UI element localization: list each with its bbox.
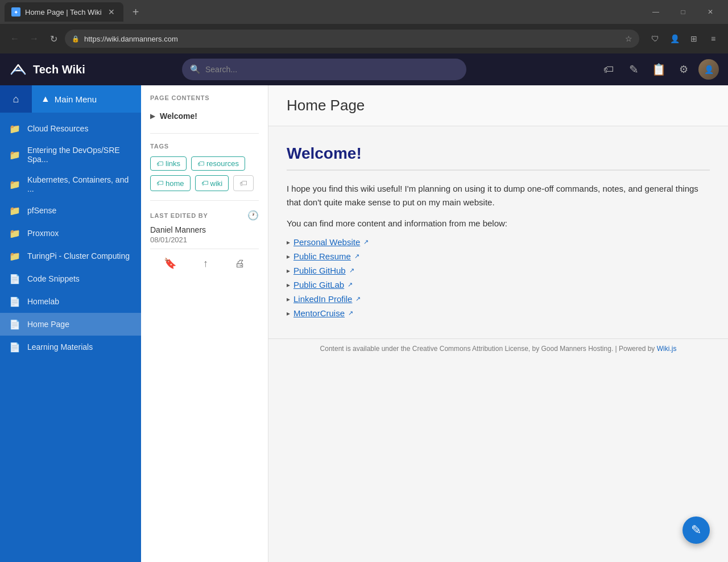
fab-edit-button[interactable]: ✎ xyxy=(682,516,710,544)
browser-extensions: 🛡 👤 ⊞ ≡ xyxy=(647,31,721,47)
sidebar-item-devops-sre[interactable]: 📁 Entering the DevOps/SRE Spa... xyxy=(0,140,141,170)
tags-button[interactable]: 🏷 xyxy=(598,59,619,80)
bookmark-star-icon[interactable]: ☆ xyxy=(625,34,632,43)
bookmark-button[interactable]: 🔖 xyxy=(157,254,183,273)
panel-actions: 🔖 ↑ 🖨 xyxy=(150,249,259,278)
header-actions: 🏷 ✎ 📋 ⚙ 👤 xyxy=(598,59,719,80)
main-menu-label: Main Menu xyxy=(55,94,97,104)
toc-item-welcome[interactable]: ▶ Welcome! xyxy=(150,108,259,124)
sidebar-item-turingpi[interactable]: 📁 TuringPi - Cluster Computing xyxy=(0,245,141,267)
close-button[interactable]: ✕ xyxy=(697,0,723,24)
external-link-icon: ↗ xyxy=(363,238,369,246)
folder-icon: 📁 xyxy=(9,123,20,134)
sidebar-label-learning-materials: Learning Materials xyxy=(27,342,93,352)
sidebar-main-menu-button[interactable]: ▲ Main Menu xyxy=(32,85,141,113)
lock-icon: 🔒 xyxy=(72,35,80,43)
app-logo[interactable]: Tech Wiki xyxy=(9,60,111,78)
external-link-icon: ↗ xyxy=(355,295,361,303)
footer-wikijs-link[interactable]: Wiki.js xyxy=(657,345,677,353)
tab-title: Home Page | Tech Wiki xyxy=(25,8,102,16)
external-link-icon: ↗ xyxy=(354,253,359,260)
sidebar-label-code-snippets: Code Snippets xyxy=(27,274,80,283)
intro-text: I hope you find this wiki useful! I'm pl… xyxy=(287,182,710,209)
sidebar-item-home-page[interactable]: 📄 Home Page xyxy=(0,313,141,336)
list-item-linkedin-profile: LinkedIn Profile ↗ xyxy=(287,292,710,306)
app-header: Tech Wiki 🔍 🏷 ✎ 📋 ⚙ 👤 xyxy=(0,53,728,85)
tag-add-button[interactable]: 🏷 xyxy=(233,175,254,191)
search-icon: 🔍 xyxy=(190,64,201,75)
sidebar-top: ⌂ ▲ Main Menu xyxy=(0,85,141,113)
external-link-icon: ↗ xyxy=(348,281,353,288)
minimize-button[interactable]: — xyxy=(643,0,669,24)
footer-text: Content is available under the Creative … xyxy=(320,345,655,353)
sidebar-item-kubernetes[interactable]: 📁 Kubernetes, Containers, and ... xyxy=(0,170,141,199)
link-mentorcruise[interactable]: MentorCruise xyxy=(293,308,345,318)
sidebar-label-kubernetes: Kubernetes, Containers, and ... xyxy=(27,175,132,193)
browser-tab[interactable]: ✦ Home Page | Tech Wiki ✕ xyxy=(5,2,123,22)
tab-favicon: ✦ xyxy=(11,7,20,16)
tab-close-button[interactable]: ✕ xyxy=(106,7,117,17)
back-button[interactable]: ← xyxy=(7,31,23,47)
history-icon[interactable]: 🕐 xyxy=(247,210,259,221)
toc-arrow-icon: ▶ xyxy=(150,112,155,120)
sidebar-item-proxmox[interactable]: 📁 Proxmox xyxy=(0,222,141,245)
list-item-mentorcruise: MentorCruise ↗ xyxy=(287,306,710,320)
tag-icon: 🏷 xyxy=(197,160,204,168)
maximize-button[interactable]: □ xyxy=(670,0,696,24)
sidebar-home-button[interactable]: ⌂ xyxy=(0,85,32,113)
welcome-heading: Welcome! xyxy=(287,144,710,171)
tag-empty-icon: 🏷 xyxy=(239,179,247,188)
new-tab-button[interactable]: + xyxy=(128,4,144,20)
settings-button[interactable]: ⚙ xyxy=(673,59,694,80)
app-logo-icon xyxy=(9,60,27,78)
external-link-icon: ↗ xyxy=(348,309,353,317)
sidebar-item-homelab[interactable]: 📄 Homelab xyxy=(0,290,141,313)
content-area: PAGE CONTENTS ▶ Welcome! TAGS 🏷 links 🏷 xyxy=(141,85,728,562)
folder-icon: 📁 xyxy=(9,149,20,160)
sidebar-label-homelab: Homelab xyxy=(27,297,59,306)
tag-label-resources: resources xyxy=(206,159,239,168)
page-body: Welcome! I hope you find this wiki usefu… xyxy=(268,126,728,338)
link-public-gitlab[interactable]: Public GitLab xyxy=(293,280,344,290)
pages-list-button[interactable]: 📋 xyxy=(648,59,669,80)
last-edited-header: LAST EDITED BY 🕐 xyxy=(150,210,259,221)
sidebar-label-turingpi: TuringPi - Cluster Computing xyxy=(27,251,130,261)
panel-divider-2 xyxy=(150,200,259,201)
app-footer: Content is available under the Creative … xyxy=(268,338,728,358)
main-content: Home Page Welcome! I hope you find this … xyxy=(268,85,728,562)
sidebar-item-code-snippets[interactable]: 📄 Code Snippets xyxy=(0,267,141,290)
last-edited-date: 08/01/2021 xyxy=(150,235,259,244)
url-text: https://wiki.danmanners.com xyxy=(84,35,621,43)
menu-icon[interactable]: ≡ xyxy=(705,31,721,47)
extensions-icon[interactable]: ⊞ xyxy=(686,31,702,47)
tag-home[interactable]: 🏷 home xyxy=(150,175,191,191)
link-linkedin-profile[interactable]: LinkedIn Profile xyxy=(293,294,352,304)
shield-icon[interactable]: 🛡 xyxy=(647,31,663,47)
sidebar-label-pfsense: pfSense xyxy=(27,206,56,215)
tag-wiki[interactable]: 🏷 wiki xyxy=(195,175,229,191)
page-icon: 📄 xyxy=(9,319,20,330)
address-bar[interactable]: 🔒 https://wiki.danmanners.com ☆ xyxy=(65,30,639,48)
user-avatar[interactable]: 👤 xyxy=(698,59,719,80)
edit-page-button[interactable]: ✎ xyxy=(623,59,644,80)
last-edited-section: LAST EDITED BY 🕐 Daniel Manners 08/01/20… xyxy=(150,210,259,244)
tag-resources[interactable]: 🏷 resources xyxy=(191,156,245,171)
link-public-github[interactable]: Public GitHub xyxy=(293,266,346,275)
refresh-button[interactable]: ↻ xyxy=(46,31,61,47)
forward-button[interactable]: → xyxy=(26,31,42,47)
sidebar-item-learning-materials[interactable]: 📄 Learning Materials xyxy=(0,336,141,358)
last-edited-author: Daniel Manners xyxy=(150,225,259,234)
link-public-resume[interactable]: Public Resume xyxy=(293,251,351,261)
panel-divider xyxy=(150,133,259,134)
tag-links[interactable]: 🏷 links xyxy=(150,156,187,171)
tags-section: TAGS 🏷 links 🏷 resources 🏷 home xyxy=(150,143,259,191)
search-bar[interactable]: 🔍 xyxy=(182,59,466,80)
link-personal-website[interactable]: Personal Website xyxy=(293,237,360,247)
sidebar-item-pfsense[interactable]: 📁 pfSense xyxy=(0,199,141,222)
page-icon: 📄 xyxy=(9,273,20,284)
sidebar-item-cloud-resources[interactable]: 📁 Cloud Resources xyxy=(0,117,141,140)
search-input[interactable] xyxy=(205,65,458,74)
share-button[interactable]: ↑ xyxy=(196,254,215,273)
print-button[interactable]: 🖨 xyxy=(228,254,252,273)
user-avatar-browser[interactable]: 👤 xyxy=(667,31,682,47)
